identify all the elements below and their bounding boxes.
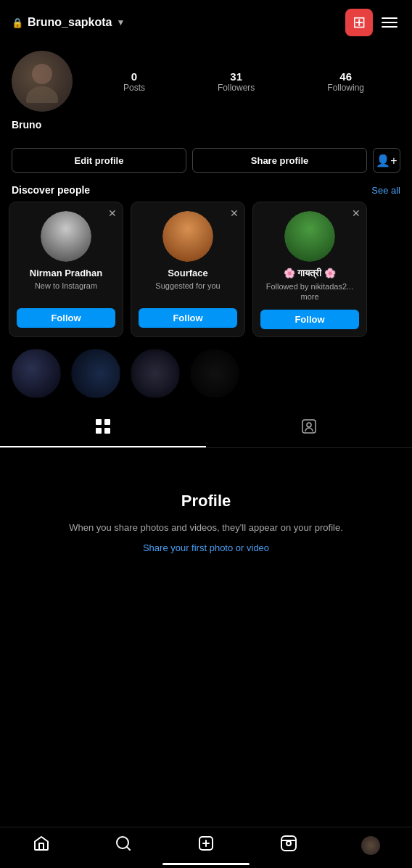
story-thumb-3[interactable]	[190, 349, 239, 398]
following-label: Following	[327, 83, 364, 93]
username-text: Bruno_sapkota	[28, 16, 112, 29]
avatar-image	[12, 51, 73, 112]
reels-icon	[280, 835, 297, 856]
suggestions-row: ✕ Nirman Pradhan New to Instagram Follow…	[0, 202, 412, 337]
followers-count: 31	[230, 70, 242, 83]
follow-button-2[interactable]: Follow	[260, 310, 359, 329]
empty-profile-section: Profile When you share photos and videos…	[0, 448, 412, 576]
close-suggestion-2[interactable]: ✕	[352, 208, 360, 218]
suggestion-name-0: Nirman Pradhan	[30, 268, 102, 278]
top-nav: 🔒 Bruno_sapkota ▼ ⊞	[0, 0, 412, 45]
discover-title: Discover people	[12, 184, 90, 196]
grid-icon	[95, 418, 111, 439]
bottom-avatar-image	[361, 836, 380, 855]
follow-button-1[interactable]: Follow	[139, 308, 237, 328]
suggestion-card-2: ✕ 🌸 गायत्री 🌸 Followed by nikitadas2... …	[252, 202, 367, 337]
add-user-button[interactable]: 👤+	[373, 148, 400, 173]
discover-header: Discover people See all	[0, 173, 412, 202]
stats-container: 0 Posts 31 Followers 46 Following	[87, 70, 400, 93]
tab-bar	[0, 410, 412, 448]
close-suggestion-1[interactable]: ✕	[230, 208, 239, 218]
following-stat[interactable]: 46 Following	[327, 70, 364, 93]
empty-profile-title: Profile	[181, 492, 231, 511]
action-buttons: Edit profile Share profile 👤+	[0, 148, 412, 173]
story-thumb-inner-2	[131, 349, 180, 398]
avatar[interactable]	[12, 51, 73, 112]
svg-point-0	[32, 64, 52, 84]
svg-rect-5	[104, 428, 110, 434]
close-suggestion-0[interactable]: ✕	[108, 208, 117, 218]
person-tag-icon	[301, 418, 317, 439]
story-thumb-inner-0	[12, 349, 61, 398]
posts-stat[interactable]: 0 Posts	[123, 70, 145, 93]
share-first-link[interactable]: Share your first photo or video	[143, 542, 269, 553]
follow-button-0[interactable]: Follow	[17, 308, 115, 328]
svg-point-14	[287, 841, 291, 846]
suggestion-name-1: Sourface	[168, 268, 208, 278]
chevron-down-icon: ▼	[116, 17, 125, 28]
home-indicator	[162, 863, 250, 865]
see-all-link[interactable]: See all	[371, 185, 400, 196]
search-icon	[115, 835, 132, 856]
suggestion-sub-2: Followed by nikitadas2... more	[260, 281, 359, 302]
story-thumb-1[interactable]	[71, 349, 120, 398]
nav-profile[interactable]	[329, 836, 412, 855]
svg-line-9	[127, 847, 130, 850]
tab-tagged[interactable]	[206, 410, 412, 447]
username-display: 🔒 Bruno_sapkota ▼	[12, 16, 125, 29]
svg-rect-6	[302, 420, 316, 433]
svg-rect-13	[281, 836, 296, 851]
suggestion-card-1: ✕ Sourface Suggested for you Follow	[131, 202, 245, 337]
add-square-icon: ⊞	[353, 15, 366, 30]
suggestion-avatar-1	[162, 211, 213, 262]
bottom-nav	[0, 827, 412, 868]
story-thumb-inner-1	[71, 349, 120, 398]
tab-grid[interactable]	[0, 410, 206, 447]
avatar-svg	[24, 59, 60, 103]
suggestion-avatar-0	[41, 211, 91, 262]
bottom-avatar	[361, 836, 380, 855]
following-count: 46	[339, 70, 352, 83]
svg-rect-4	[96, 428, 102, 434]
followers-label: Followers	[218, 83, 255, 93]
story-row	[0, 337, 412, 404]
menu-line-1	[382, 17, 397, 19]
profile-name: Bruno	[12, 119, 400, 131]
nav-add[interactable]	[165, 835, 247, 856]
lock-icon: 🔒	[12, 17, 23, 28]
share-profile-button[interactable]: Share profile	[192, 148, 367, 173]
top-nav-actions: ⊞	[345, 9, 400, 36]
menu-button[interactable]	[379, 15, 400, 30]
suggestion-name-2: 🌸 गायत्री 🌸	[284, 268, 336, 279]
menu-line-3	[382, 26, 397, 28]
story-thumb-2[interactable]	[131, 349, 180, 398]
svg-point-7	[307, 423, 311, 427]
story-thumb-0[interactable]	[12, 349, 61, 398]
menu-line-2	[382, 22, 397, 23]
nav-home[interactable]	[0, 835, 83, 856]
profile-stats-row: 0 Posts 31 Followers 46 Following	[12, 51, 400, 112]
svg-rect-2	[96, 419, 102, 425]
svg-rect-3	[104, 419, 110, 425]
posts-label: Posts	[123, 83, 145, 93]
svg-point-1	[26, 86, 58, 103]
followers-stat[interactable]: 31 Followers	[218, 70, 255, 93]
empty-profile-desc: When you share photos and videos, they'l…	[69, 521, 343, 536]
edit-profile-button[interactable]: Edit profile	[12, 148, 186, 173]
suggestion-sub-0: New to Instagram	[35, 281, 97, 301]
add-user-icon: 👤+	[376, 154, 397, 168]
story-thumb-inner-3	[190, 349, 239, 398]
suggestion-avatar-2	[284, 211, 335, 262]
nav-search[interactable]	[83, 835, 165, 856]
nav-reels[interactable]	[247, 835, 330, 856]
posts-count: 0	[131, 70, 137, 83]
home-icon	[33, 835, 50, 856]
profile-section: 0 Posts 31 Followers 46 Following Bruno	[0, 45, 412, 139]
add-icon	[197, 835, 215, 856]
suggestion-sub-1: Suggested for you	[155, 281, 220, 301]
suggestion-card-0: ✕ Nirman Pradhan New to Instagram Follow	[9, 202, 123, 337]
new-post-button[interactable]: ⊞	[345, 9, 373, 36]
